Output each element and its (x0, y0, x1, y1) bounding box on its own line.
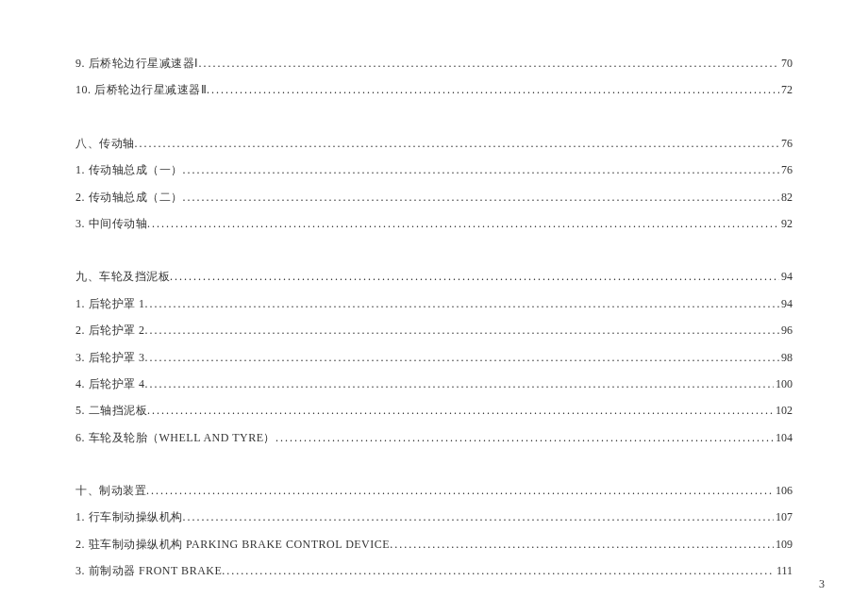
toc-entry-label: 2. 后轮护罩 2 (75, 324, 145, 337)
toc-entry-page: 92 (779, 217, 793, 230)
toc-entry-label: 2. 传动轴总成（二） (75, 191, 183, 204)
toc-leader-dots (390, 538, 774, 551)
toc-entry-label: 1. 行车制动操纵机构 (75, 510, 183, 523)
toc-entry-label: 十、制动装置 (75, 484, 146, 497)
toc-entry-label: 2. 驻车制动操纵机构 PARKING BRAKE CONTROL DEVICE (75, 538, 390, 551)
toc-entry-page: 106 (774, 484, 793, 497)
toc-leader-dots (222, 564, 775, 577)
toc-entry-page: 98 (779, 351, 793, 364)
toc-entry: 9. 后桥轮边行星减速器Ⅰ70 (75, 57, 793, 70)
toc-entry-page: 76 (779, 163, 793, 176)
toc-entry-page: 109 (774, 538, 793, 551)
toc-leader-dots (199, 57, 780, 70)
toc-leader-dots (183, 191, 780, 204)
toc-leader-dots (145, 324, 780, 337)
toc-leader-dots (135, 137, 780, 150)
toc-leader-dots (170, 270, 779, 283)
toc-entry: 十、制动装置106 (75, 484, 793, 497)
toc-entry-label: 1. 传动轴总成（一） (75, 163, 183, 176)
toc-entry-page: 82 (779, 191, 793, 204)
toc-entry-page: 102 (774, 404, 793, 417)
toc-list: 9. 后桥轮边行星减速器Ⅰ7010. 后桥轮边行星减速器Ⅱ72八、传动轴761.… (75, 57, 793, 578)
toc-entry-page: 111 (775, 564, 793, 577)
toc-entry-page: 76 (779, 137, 793, 150)
toc-entry-page: 96 (779, 324, 793, 337)
toc-leader-dots (207, 83, 779, 96)
toc-entry-page: 70 (779, 57, 793, 70)
toc-entry-label: 3. 前制动器 FRONT BRAKE (75, 564, 222, 577)
toc-leader-dots (147, 217, 779, 230)
toc-entry-label: 九、车轮及挡泥板 (75, 270, 170, 283)
toc-leader-dots (145, 297, 780, 310)
toc-entry-label: 4. 后轮护罩 4 (75, 377, 145, 390)
toc-entry-label: 3. 中间传动轴 (75, 217, 147, 230)
toc-entry: 5. 二轴挡泥板102 (75, 404, 793, 417)
toc-entry-label: 3. 后轮护罩 3 (75, 351, 145, 364)
toc-entry: 1. 行车制动操纵机构107 (75, 510, 793, 523)
toc-entry-label: 1. 后轮护罩 1 (75, 297, 145, 310)
toc-leader-dots (183, 163, 780, 176)
page-number: 3 (819, 577, 825, 591)
toc-entry: 6. 车轮及轮胎（WHELL AND TYRE）104 (75, 431, 793, 444)
toc-entry: 九、车轮及挡泥板94 (75, 270, 793, 283)
toc-entry: 10. 后桥轮边行星减速器Ⅱ72 (75, 83, 793, 96)
toc-entry-label: 八、传动轴 (75, 137, 135, 150)
toc-entry: 八、传动轴76 (75, 137, 793, 150)
toc-entry-page: 107 (774, 510, 793, 523)
toc-entry: 3. 中间传动轴92 (75, 217, 793, 230)
toc-leader-dots (145, 351, 780, 364)
toc-entry: 2. 后轮护罩 296 (75, 324, 793, 337)
toc-entry-label: 5. 二轴挡泥板 (75, 404, 147, 417)
toc-entry: 4. 后轮护罩 4100 (75, 377, 793, 390)
section-gap (75, 243, 793, 270)
toc-leader-dots (275, 431, 774, 444)
section-gap (75, 110, 793, 137)
toc-entry-label: 10. 后桥轮边行星减速器Ⅱ (75, 83, 207, 96)
toc-page: 9. 后桥轮边行星减速器Ⅰ7010. 后桥轮边行星减速器Ⅱ72八、传动轴761.… (0, 0, 868, 614)
toc-entry-label: 6. 车轮及轮胎（WHELL AND TYRE） (75, 431, 275, 444)
toc-leader-dots (183, 510, 775, 523)
toc-entry: 1. 后轮护罩 194 (75, 297, 793, 310)
toc-entry-page: 104 (774, 431, 793, 444)
toc-entry-page: 94 (779, 297, 793, 310)
toc-entry-page: 94 (779, 270, 793, 283)
toc-leader-dots (146, 484, 774, 497)
toc-entry: 1. 传动轴总成（一）76 (75, 163, 793, 176)
section-gap (75, 457, 793, 484)
toc-leader-dots (145, 377, 775, 390)
toc-entry: 3. 后轮护罩 398 (75, 351, 793, 364)
toc-entry: 2. 传动轴总成（二）82 (75, 191, 793, 204)
toc-entry: 2. 驻车制动操纵机构 PARKING BRAKE CONTROL DEVICE… (75, 538, 793, 551)
toc-entry-label: 9. 后桥轮边行星减速器Ⅰ (75, 57, 199, 70)
toc-leader-dots (147, 404, 774, 417)
toc-entry-page: 100 (774, 377, 793, 390)
toc-entry: 3. 前制动器 FRONT BRAKE111 (75, 564, 793, 577)
toc-entry-page: 72 (779, 83, 793, 96)
